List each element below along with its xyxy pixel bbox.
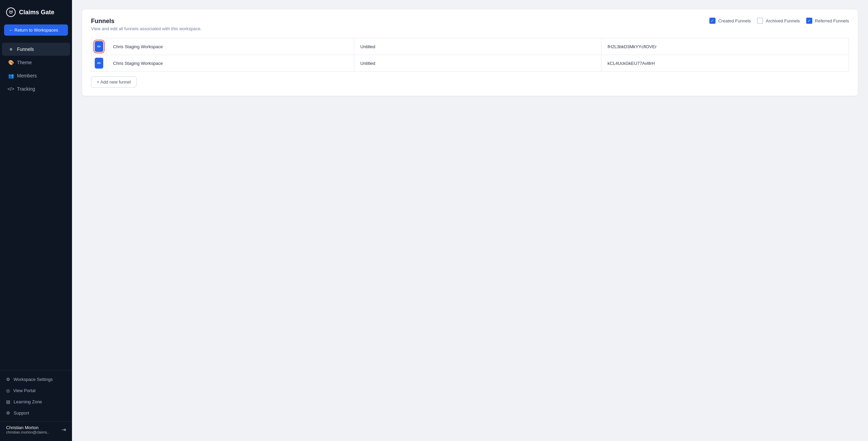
panel-title-group: Funnels View and edit all funnels associ…: [91, 18, 202, 31]
support-label: Support: [14, 410, 29, 416]
edit-funnel-button[interactable]: ✏: [95, 41, 103, 52]
funnel-id: fH2L3bkD3MkYYcflOVEr: [608, 44, 657, 49]
created-funnels-label: Created Funnels: [718, 18, 751, 23]
sidebar-bottom: ⚙ Workspace Settings ◎ View Portal ▤ Lea…: [0, 370, 72, 441]
support-icon: ⚙: [6, 410, 10, 416]
created-funnels-checkbox[interactable]: ✓: [709, 18, 716, 24]
funnel-name-cell: Untitled: [354, 38, 601, 55]
app-title: Claims Gate: [19, 9, 54, 16]
logout-icon[interactable]: ⇥: [61, 426, 66, 433]
action-cell: ✏: [91, 55, 107, 71]
workspace-name: Chris Staging Workspace: [113, 44, 163, 49]
sidebar-item-members[interactable]: 👥 Members: [2, 69, 70, 82]
filter-created-funnels[interactable]: ✓ Created Funnels: [709, 18, 751, 24]
learning-zone-icon: ▤: [6, 399, 10, 404]
app-logo: ᗢ Claims Gate: [0, 0, 72, 23]
learning-zone-label: Learning Zone: [14, 399, 42, 404]
sidebar-item-label: Theme: [17, 60, 32, 65]
workspace-settings-label: Workspace Settings: [14, 377, 53, 382]
archived-funnels-label: Archived Funnels: [766, 18, 800, 23]
sidebar-item-funnels[interactable]: ≡ Funnels: [2, 43, 70, 56]
user-name: Christian Morton: [6, 425, 49, 430]
sidebar-item-theme[interactable]: 🎨 Theme: [2, 56, 70, 69]
funnel-name: Untitled: [360, 61, 375, 66]
funnel-id-cell: kCL4UckGkEU77AvlllrH: [601, 55, 849, 71]
sidebar-item-tracking[interactable]: </> Tracking: [2, 82, 70, 95]
logo-icon: ᗢ: [6, 7, 16, 17]
filter-archived-funnels[interactable]: Archived Funnels: [757, 18, 800, 24]
tracking-icon: </>: [8, 86, 14, 92]
main-content: Funnels View and edit all funnels associ…: [72, 0, 868, 441]
panel-header: Funnels View and edit all funnels associ…: [91, 18, 849, 31]
view-portal-item[interactable]: ◎ View Portal: [0, 385, 72, 396]
add-funnel-button[interactable]: + Add new funnel: [91, 76, 137, 88]
funnels-panel: Funnels View and edit all funnels associ…: [82, 10, 858, 96]
sidebar-item-label: Funnels: [17, 47, 34, 52]
workspace-settings-item[interactable]: ⚙ Workspace Settings: [0, 374, 72, 385]
return-label: ← Return to Workspaces: [9, 27, 58, 33]
filter-referred-funnels[interactable]: ✓ Referred Funnels: [806, 18, 849, 24]
user-email: christian.morton@claims..: [6, 430, 49, 434]
nav-items: ≡ Funnels 🎨 Theme 👥 Members </> Tracking: [0, 41, 72, 370]
action-cell: ✏: [91, 38, 107, 55]
referred-funnels-label: Referred Funnels: [815, 18, 849, 23]
funnel-id-cell: fH2L3bkD3MkYYcflOVEr: [601, 38, 849, 55]
panel-title: Funnels: [91, 18, 202, 25]
table-row: ✏ Chris Staging Workspace Untitled fH2L3…: [91, 38, 849, 55]
support-item[interactable]: ⚙ Support: [0, 407, 72, 419]
user-info: Christian Morton christian.morton@claims…: [6, 425, 49, 434]
panel-subtitle: View and edit all funnels associated wit…: [91, 26, 202, 31]
user-row: Christian Morton christian.morton@claims…: [0, 421, 72, 436]
learning-zone-item[interactable]: ▤ Learning Zone: [0, 396, 72, 407]
workspace-cell: Chris Staging Workspace: [107, 38, 354, 55]
funnels-icon: ≡: [8, 47, 14, 52]
sidebar-item-label: Members: [17, 73, 37, 78]
theme-icon: 🎨: [8, 60, 14, 65]
filter-controls: ✓ Created Funnels Archived Funnels ✓ Ref…: [709, 18, 849, 24]
add-funnel-label: + Add new funnel: [97, 79, 131, 85]
workspace-settings-icon: ⚙: [6, 377, 10, 382]
table-row: ✏ Chris Staging Workspace Untitled kCL4U…: [91, 55, 849, 72]
sidebar-item-label: Tracking: [17, 86, 35, 92]
funnel-name: Untitled: [360, 44, 375, 49]
view-portal-icon: ◎: [6, 388, 10, 393]
funnel-id: kCL4UckGkEU77AvlllrH: [608, 61, 655, 66]
archived-funnels-checkbox[interactable]: [757, 18, 763, 24]
sidebar: ᗢ Claims Gate ← Return to Workspaces ≡ F…: [0, 0, 72, 441]
return-to-workspaces-button[interactable]: ← Return to Workspaces: [4, 24, 68, 36]
members-icon: 👥: [8, 73, 14, 78]
workspace-name: Chris Staging Workspace: [113, 61, 163, 66]
view-portal-label: View Portal: [13, 388, 36, 393]
workspace-cell: Chris Staging Workspace: [107, 55, 354, 71]
referred-funnels-checkbox[interactable]: ✓: [806, 18, 812, 24]
edit-funnel-button[interactable]: ✏: [95, 58, 103, 69]
funnel-name-cell: Untitled: [354, 55, 601, 71]
